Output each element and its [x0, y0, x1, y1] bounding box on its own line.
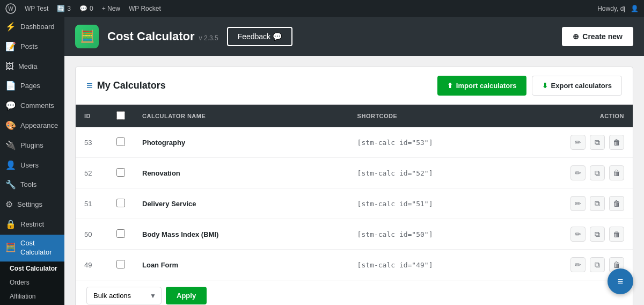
- import-calculators-button[interactable]: ⬆ Import calculators: [437, 76, 526, 96]
- export-calculators-button[interactable]: ⬇ Export calculators: [532, 76, 622, 96]
- comment-icon: 💬: [79, 5, 87, 12]
- sidebar-item-restrict[interactable]: 🔒 Restrict: [0, 215, 64, 235]
- row-checkbox-49[interactable]: [116, 260, 125, 268]
- delete-button-52[interactable]: 🗑: [609, 165, 624, 180]
- site-name[interactable]: WP Test: [25, 5, 48, 12]
- copy-button-53[interactable]: ⧉: [590, 135, 605, 150]
- delete-button-50[interactable]: 🗑: [609, 227, 624, 242]
- plus-icon: ⊕: [573, 32, 579, 41]
- wp-logo[interactable]: W: [5, 3, 16, 14]
- sidebar-label-media: Media: [18, 62, 37, 71]
- sidebar-item-plugins[interactable]: 🔌 Plugins: [0, 136, 64, 156]
- plugin-header: 🧮 Cost Calculator v 2.3.5 Feedback 💬 ⊕ C…: [64, 17, 644, 56]
- cell-id: 53: [76, 127, 108, 158]
- create-new-button[interactable]: ⊕ Create new: [562, 27, 633, 46]
- select-all-checkbox[interactable]: [116, 111, 125, 120]
- cell-check: [108, 127, 134, 158]
- row-checkbox-52[interactable]: [116, 168, 125, 177]
- sidebar-label-pages: Pages: [20, 82, 40, 91]
- cell-shortcode: [stm-calc id="50"]: [349, 219, 562, 250]
- cell-action: ✏ ⧉ 🗑: [562, 219, 633, 250]
- table-row: 53 Photography [stm-calc id="53"] ✏ ⧉ 🗑: [76, 127, 633, 158]
- updates-icon: 🔄: [57, 5, 65, 12]
- sidebar-item-comments[interactable]: 💬 Comments: [0, 96, 64, 116]
- sidebar-label-appearance: Appearance: [20, 121, 58, 130]
- table-header: ID CALCULATOR NAME SHORTCODE ACTION: [76, 105, 633, 127]
- copy-button-52[interactable]: ⧉: [590, 165, 605, 180]
- import-icon: ⬆: [447, 82, 453, 90]
- user-avatar[interactable]: 👤: [631, 5, 639, 12]
- delete-button-53[interactable]: 🗑: [609, 135, 624, 150]
- sidebar-item-pages[interactable]: 📄 Pages: [0, 76, 64, 96]
- export-icon: ⬇: [542, 82, 548, 90]
- col-id: ID: [76, 105, 108, 127]
- sidebar-label-cost-calculator: Cost Calculator: [20, 239, 59, 257]
- table-row: 51 Delivery Service [stm-calc id="51"] ✏…: [76, 188, 633, 219]
- col-name: CALCULATOR NAME: [134, 105, 349, 127]
- submenu-item-orders[interactable]: Orders: [0, 275, 64, 289]
- sidebar-item-posts[interactable]: 📝 Posts: [0, 37, 64, 57]
- pages-icon: 📄: [5, 81, 16, 92]
- cell-shortcode: [stm-calc id="53"]: [349, 127, 562, 158]
- sidebar-item-cost-calculator[interactable]: 🧮 Cost Calculator: [0, 235, 64, 262]
- plugin-title: Cost Calculator: [107, 30, 195, 43]
- appearance-icon: 🎨: [5, 120, 16, 132]
- sidebar-label-dashboard: Dashboard: [20, 23, 55, 32]
- copy-button-49[interactable]: ⧉: [590, 257, 605, 272]
- feedback-button[interactable]: Feedback 💬: [227, 27, 292, 46]
- comments-icon: 💬: [5, 100, 16, 112]
- cell-name: Photography: [134, 127, 349, 158]
- updates-count[interactable]: 🔄 3: [57, 5, 71, 12]
- sidebar-label-posts: Posts: [20, 42, 38, 52]
- list-icon: ≡: [86, 79, 93, 92]
- plugin-title-block: Cost Calculator v 2.3.5: [107, 30, 218, 43]
- svg-text:W: W: [8, 6, 13, 12]
- plugin-logo-icon: 🧮: [80, 30, 94, 43]
- new-item-button[interactable]: + New: [102, 5, 120, 12]
- fab-icon: ≡: [618, 276, 624, 287]
- sidebar-item-dashboard[interactable]: ⚡ Dashboard: [0, 17, 64, 37]
- cell-check: [108, 219, 134, 250]
- posts-icon: 📝: [5, 41, 16, 53]
- row-checkbox-53[interactable]: [116, 137, 125, 146]
- feedback-label: Feedback 💬: [238, 32, 282, 41]
- dashboard-icon: ⚡: [5, 21, 16, 33]
- sidebar-item-media[interactable]: 🖼 Media: [0, 57, 64, 77]
- submenu-item-account[interactable]: Account: [0, 303, 64, 305]
- submenu-item-cost-calculator-main[interactable]: Cost Calculator: [0, 262, 64, 275]
- sidebar-item-tools[interactable]: 🔧 Tools: [0, 175, 64, 195]
- sidebar-label-plugins: Plugins: [20, 141, 43, 150]
- sidebar: ⚡ Dashboard 📝 Posts 🖼 Media 📄 Pages 💬 Co…: [0, 17, 64, 305]
- copy-button-51[interactable]: ⧉: [590, 196, 605, 211]
- edit-button-51[interactable]: ✏: [570, 196, 586, 211]
- row-checkbox-50[interactable]: [116, 229, 125, 238]
- cell-name: Loan Form: [134, 250, 349, 280]
- action-icons: ✏ ⧉ 🗑: [570, 196, 624, 211]
- wordpress-icon: W: [5, 3, 16, 14]
- wp-rocket[interactable]: WP Rocket: [129, 5, 161, 12]
- copy-button-50[interactable]: ⧉: [590, 227, 605, 242]
- edit-button-52[interactable]: ✏: [570, 165, 586, 180]
- bulk-actions-select[interactable]: Bulk actions Delete: [86, 287, 162, 304]
- users-icon: 👤: [5, 160, 16, 171]
- sidebar-label-restrict: Restrict: [20, 220, 44, 229]
- cell-action: ✏ ⧉ 🗑: [562, 127, 633, 158]
- delete-button-51[interactable]: 🗑: [609, 196, 624, 211]
- row-checkbox-51[interactable]: [116, 199, 125, 207]
- edit-button-53[interactable]: ✏: [570, 135, 586, 150]
- table-row: 49 Loan Form [stm-calc id="49"] ✏ ⧉ 🗑: [76, 250, 633, 280]
- sidebar-item-appearance[interactable]: 🎨 Appearance: [0, 116, 64, 136]
- col-check: [108, 105, 134, 127]
- edit-button-50[interactable]: ✏: [570, 227, 586, 242]
- sidebar-label-users: Users: [20, 161, 39, 170]
- floating-action-button[interactable]: ≡: [608, 268, 633, 294]
- cell-action: ✏ ⧉ 🗑: [562, 188, 633, 219]
- action-icons: ✏ ⧉ 🗑: [570, 165, 624, 180]
- cell-id: 49: [76, 250, 108, 280]
- apply-button[interactable]: Apply: [166, 287, 207, 304]
- sidebar-item-users[interactable]: 👤 Users: [0, 156, 64, 176]
- comments-count[interactable]: 💬 0: [79, 5, 93, 12]
- submenu-item-affiliation[interactable]: Affiliation: [0, 289, 64, 303]
- sidebar-item-settings[interactable]: ⚙ Settings: [0, 195, 64, 215]
- edit-button-49[interactable]: ✏: [570, 257, 586, 272]
